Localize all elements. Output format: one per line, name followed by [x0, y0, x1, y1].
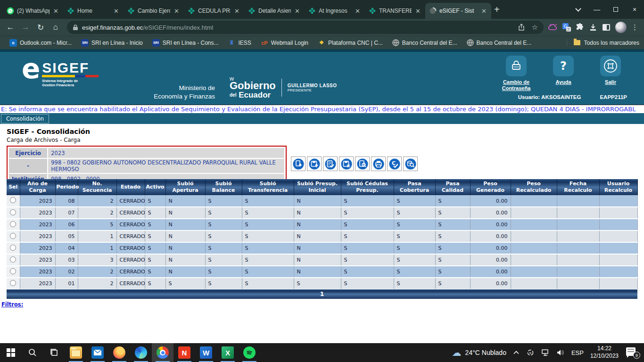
- taskbar-app-nitro-pdf[interactable]: N: [173, 343, 195, 362]
- header-action-cambio-de-contrase-a[interactable]: Cambio de Contraseña: [500, 56, 533, 91]
- tab-close-icon[interactable]: ✕: [113, 8, 120, 15]
- menu-tab-consolidacion[interactable]: Consolidación: [1, 114, 49, 123]
- maximize-button[interactable]: [606, 0, 625, 19]
- table-cell: [511, 195, 557, 207]
- menu-dots-icon[interactable]: ⋮: [631, 23, 638, 32]
- column-header: Sel: [7, 179, 20, 195]
- close-window-button[interactable]: ×: [625, 0, 644, 19]
- tab-close-icon[interactable]: ✕: [480, 8, 487, 15]
- column-header: Peso Generado: [470, 179, 511, 195]
- language-indicator[interactable]: ESP: [571, 349, 584, 356]
- taskbar-app-word[interactable]: W: [195, 343, 217, 362]
- bookmark-item[interactable]: cPWebmail Login: [256, 39, 313, 47]
- address-bar[interactable]: esigef.finanzas.gob.ec/eSIGEF/menu/index…: [67, 21, 544, 34]
- taskbar-app-edge[interactable]: [130, 343, 152, 362]
- row-select-radio[interactable]: [10, 268, 16, 274]
- network-tray-icon[interactable]: [541, 349, 550, 356]
- bookmark-item[interactable]: Banco Central del E...: [388, 39, 462, 46]
- tray-expand-chevron-icon[interactable]: [513, 350, 520, 355]
- extensions-puzzle-icon[interactable]: [576, 23, 584, 32]
- filters-link[interactable]: Filtros:: [1, 301, 23, 308]
- confirm-check-icon[interactable]: C: [387, 156, 402, 171]
- row-select-radio[interactable]: [10, 209, 16, 215]
- taskbar-app-chrome[interactable]: [152, 343, 173, 362]
- delete-save-icon[interactable]: [339, 156, 354, 171]
- bookmark-star-icon[interactable]: ☆: [532, 23, 538, 32]
- tab-search-chevron-icon[interactable]: [569, 0, 587, 19]
- table-cell: N: [165, 207, 205, 219]
- taskbar-app-mail[interactable]: [87, 343, 108, 362]
- validate-doc-icon[interactable]: [323, 156, 338, 171]
- search-data-icon[interactable]: [403, 156, 418, 171]
- bookmark-item[interactable]: ❖Plataforma CNC | C...: [313, 39, 388, 47]
- save-upload-icon[interactable]: [307, 156, 322, 171]
- preview-doc-icon[interactable]: [355, 156, 370, 171]
- question-icon[interactable]: ?: [553, 56, 574, 76]
- taskbar-app-excel[interactable]: X: [217, 343, 239, 362]
- browser-tab[interactable]: CEDULA PRE✕: [184, 3, 244, 19]
- forward-button[interactable]: →: [19, 21, 32, 34]
- onedrive-tray-icon[interactable]: o: [526, 349, 535, 356]
- taskbar-app-spotify[interactable]: [239, 343, 260, 362]
- loading-favicon-icon: [429, 7, 437, 15]
- new-tab-button[interactable]: +: [494, 4, 500, 15]
- browser-tab[interactable]: Cambio Ejerc✕: [124, 3, 184, 19]
- tab-close-icon[interactable]: ✕: [354, 8, 361, 15]
- header-action-ayuda[interactable]: ?Ayuda: [547, 56, 580, 91]
- row-select-radio[interactable]: [10, 256, 16, 263]
- header-action-label[interactable]: Cambio de Contraseña: [500, 79, 533, 91]
- tab-close-icon[interactable]: ✕: [233, 8, 240, 15]
- start-button[interactable]: [0, 343, 22, 362]
- back-button[interactable]: ←: [4, 21, 17, 34]
- browser-tab[interactable]: (2) WhatsApp✕: [3, 3, 63, 19]
- header-action-label[interactable]: Ayuda: [547, 79, 580, 85]
- download-icon[interactable]: [589, 23, 597, 32]
- lock-keypad-icon[interactable]: [506, 56, 527, 76]
- bookmark-item[interactable]: SRISRI en Línea - Inicio: [76, 39, 148, 47]
- bookmark-item[interactable]: SRISRI en Línea - Cons...: [148, 39, 223, 47]
- bookmark-item[interactable]: oOutlook.com - Micr...: [5, 39, 76, 47]
- reload-button[interactable]: ↻: [34, 21, 47, 34]
- minimize-button[interactable]: —: [587, 0, 606, 19]
- browser-tab[interactable]: Home✕: [63, 3, 124, 19]
- tab-close-icon[interactable]: ✕: [294, 8, 301, 15]
- share-icon[interactable]: [518, 24, 525, 31]
- tab-close-icon[interactable]: ✕: [414, 8, 421, 15]
- cloud-extension-icon[interactable]: [548, 24, 558, 31]
- row-select-radio[interactable]: [10, 280, 16, 286]
- header-action-label[interactable]: Salir: [594, 79, 627, 85]
- row-select-radio[interactable]: [10, 197, 16, 203]
- exit-x-icon[interactable]: [600, 56, 621, 76]
- translate-extension-icon[interactable]: G文: [562, 23, 571, 32]
- row-select-radio[interactable]: [10, 233, 16, 239]
- column-header: Periodo: [55, 179, 78, 195]
- bookmark-item[interactable]: ♜IESS: [223, 39, 256, 47]
- browser-tab[interactable]: Detalle Asien✕: [244, 3, 305, 19]
- all-bookmarks[interactable]: Todos los marcadores: [567, 40, 639, 46]
- bookmark-item[interactable]: Banco Central del E...: [462, 39, 537, 46]
- home-button[interactable]: ⌂: [49, 21, 62, 34]
- table-cell: 0.00: [470, 278, 511, 289]
- task-view-button[interactable]: [43, 343, 65, 362]
- pagination-bar[interactable]: 1: [7, 289, 637, 299]
- search-button[interactable]: [22, 343, 43, 362]
- side-panel-icon[interactable]: [602, 23, 611, 32]
- row-select-radio[interactable]: [10, 221, 16, 227]
- new-doc-icon[interactable]: [291, 156, 305, 171]
- tab-close-icon[interactable]: ✕: [173, 8, 180, 15]
- browser-tab[interactable]: TRANSFEREN✕: [365, 3, 425, 19]
- notification-center-button[interactable]: 9: [625, 346, 639, 359]
- weather-widget[interactable]: ☁ 24°C Nublado: [452, 347, 506, 358]
- row-select-radio[interactable]: [10, 245, 16, 251]
- volume-tray-icon[interactable]: [556, 349, 565, 356]
- browser-tab[interactable]: eSIGEF - Sist✕: [425, 3, 491, 19]
- print-icon[interactable]: [371, 156, 386, 171]
- taskbar-app-file-explorer[interactable]: [65, 343, 87, 362]
- header-action-salir[interactable]: Salir: [594, 56, 627, 91]
- taskbar-app-firefox[interactable]: [108, 343, 130, 362]
- clock-widget[interactable]: 14:22 12/10/2023: [590, 345, 619, 360]
- tab-close-icon[interactable]: ✕: [52, 8, 59, 15]
- table-cell: S: [394, 266, 435, 278]
- browser-tab[interactable]: At Ingresos✕: [305, 3, 365, 19]
- profile-avatar[interactable]: [615, 22, 627, 33]
